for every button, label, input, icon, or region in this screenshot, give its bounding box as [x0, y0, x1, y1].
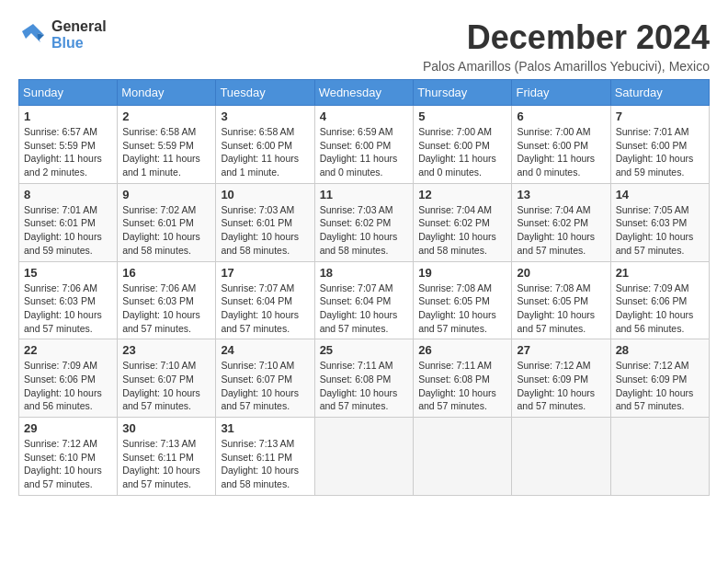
calendar-cell: 13Sunrise: 7:04 AMSunset: 6:02 PMDayligh… — [512, 183, 610, 261]
day-info: Sunrise: 7:05 AMSunset: 6:03 PMDaylight:… — [616, 203, 704, 258]
col-tuesday: Tuesday — [216, 80, 314, 106]
day-info: Sunrise: 6:57 AMSunset: 5:59 PMDaylight:… — [24, 125, 112, 179]
calendar-cell: 19Sunrise: 7:08 AMSunset: 6:05 PMDayligh… — [414, 261, 512, 339]
day-number: 5 — [418, 109, 506, 123]
calendar-week-1: 1Sunrise: 6:57 AMSunset: 5:59 PMDaylight… — [19, 106, 710, 184]
calendar-cell: 31Sunrise: 7:13 AMSunset: 6:11 PMDayligh… — [216, 418, 314, 496]
day-info: Sunrise: 7:07 AMSunset: 6:04 PMDaylight:… — [320, 282, 409, 336]
day-number: 14 — [616, 188, 704, 201]
calendar-cell: 17Sunrise: 7:07 AMSunset: 6:04 PMDayligh… — [216, 261, 314, 339]
day-info: Sunrise: 7:06 AMSunset: 6:03 PMDaylight:… — [122, 282, 210, 336]
day-number: 17 — [221, 266, 309, 280]
logo-blue: Blue — [51, 35, 107, 52]
day-info: Sunrise: 7:04 AMSunset: 6:02 PMDaylight:… — [517, 203, 605, 258]
day-info: Sunrise: 7:12 AMSunset: 6:10 PMDaylight:… — [24, 437, 112, 491]
calendar-cell: 30Sunrise: 7:13 AMSunset: 6:11 PMDayligh… — [118, 418, 216, 496]
calendar-cell — [414, 418, 512, 496]
calendar-cell: 14Sunrise: 7:05 AMSunset: 6:03 PMDayligh… — [610, 183, 709, 261]
calendar-cell: 10Sunrise: 7:03 AMSunset: 6:01 PMDayligh… — [216, 183, 314, 261]
day-number: 21 — [616, 266, 704, 280]
col-saturday: Saturday — [610, 80, 709, 106]
day-info: Sunrise: 7:12 AMSunset: 6:09 PMDaylight:… — [517, 359, 605, 413]
svg-marker-0 — [22, 24, 44, 42]
day-number: 11 — [320, 188, 409, 201]
day-info: Sunrise: 7:02 AMSunset: 6:01 PMDaylight:… — [122, 203, 210, 258]
day-info: Sunrise: 7:10 AMSunset: 6:07 PMDaylight:… — [221, 359, 309, 413]
day-number: 9 — [122, 188, 210, 201]
calendar-cell: 27Sunrise: 7:12 AMSunset: 6:09 PMDayligh… — [512, 339, 610, 418]
day-info: Sunrise: 7:11 AMSunset: 6:08 PMDaylight:… — [320, 359, 409, 413]
day-number: 1 — [24, 109, 112, 123]
col-wednesday: Wednesday — [314, 80, 414, 106]
calendar-cell — [314, 418, 414, 496]
calendar-week-2: 8Sunrise: 7:01 AMSunset: 6:01 PMDaylight… — [19, 183, 710, 261]
day-number: 18 — [320, 266, 409, 280]
day-number: 6 — [517, 109, 605, 123]
day-number: 26 — [418, 343, 506, 357]
calendar-cell: 21Sunrise: 7:09 AMSunset: 6:06 PMDayligh… — [610, 261, 709, 339]
header-row: Sunday Monday Tuesday Wednesday Thursday… — [19, 80, 710, 106]
calendar-week-3: 15Sunrise: 7:06 AMSunset: 6:03 PMDayligh… — [19, 261, 710, 339]
calendar-cell: 4Sunrise: 6:59 AMSunset: 6:00 PMDaylight… — [314, 106, 414, 184]
day-info: Sunrise: 7:09 AMSunset: 6:06 PMDaylight:… — [24, 359, 112, 413]
day-info: Sunrise: 7:07 AMSunset: 6:04 PMDaylight:… — [221, 282, 309, 336]
col-sunday: Sunday — [19, 80, 118, 106]
location-subtitle: Palos Amarillos (Palos Amarillos Yebuciv… — [423, 59, 710, 74]
day-number: 28 — [616, 343, 704, 357]
day-info: Sunrise: 7:00 AMSunset: 6:00 PMDaylight:… — [517, 125, 605, 179]
day-info: Sunrise: 6:58 AMSunset: 5:59 PMDaylight:… — [122, 125, 210, 179]
day-info: Sunrise: 7:09 AMSunset: 6:06 PMDaylight:… — [616, 282, 704, 336]
logo-general: General — [51, 18, 107, 35]
day-number: 7 — [616, 109, 704, 123]
calendar-cell: 12Sunrise: 7:04 AMSunset: 6:02 PMDayligh… — [414, 183, 512, 261]
day-number: 27 — [517, 343, 605, 357]
day-info: Sunrise: 7:13 AMSunset: 6:11 PMDaylight:… — [122, 437, 210, 491]
calendar-cell: 9Sunrise: 7:02 AMSunset: 6:01 PMDaylight… — [118, 183, 216, 261]
calendar-cell: 26Sunrise: 7:11 AMSunset: 6:08 PMDayligh… — [414, 339, 512, 418]
day-number: 13 — [517, 188, 605, 201]
day-info: Sunrise: 7:06 AMSunset: 6:03 PMDaylight:… — [24, 282, 112, 336]
day-number: 20 — [517, 266, 605, 280]
calendar-cell: 23Sunrise: 7:10 AMSunset: 6:07 PMDayligh… — [118, 339, 216, 418]
day-info: Sunrise: 7:01 AMSunset: 6:00 PMDaylight:… — [616, 125, 704, 179]
day-number: 31 — [221, 421, 309, 435]
logo-icon — [18, 22, 48, 48]
day-info: Sunrise: 7:13 AMSunset: 6:11 PMDaylight:… — [221, 437, 309, 491]
calendar-cell — [610, 418, 709, 496]
day-number: 19 — [418, 266, 506, 280]
logo-text-block: General Blue — [51, 18, 107, 51]
day-info: Sunrise: 7:04 AMSunset: 6:02 PMDaylight:… — [418, 203, 506, 258]
day-info: Sunrise: 7:00 AMSunset: 6:00 PMDaylight:… — [418, 125, 506, 179]
day-number: 4 — [320, 109, 409, 123]
calendar-cell: 11Sunrise: 7:03 AMSunset: 6:02 PMDayligh… — [314, 183, 414, 261]
day-number: 15 — [24, 266, 112, 280]
day-number: 23 — [122, 343, 210, 357]
day-info: Sunrise: 7:08 AMSunset: 6:05 PMDaylight:… — [517, 282, 605, 336]
calendar-cell: 1Sunrise: 6:57 AMSunset: 5:59 PMDaylight… — [19, 106, 118, 184]
col-monday: Monday — [118, 80, 216, 106]
calendar-cell: 16Sunrise: 7:06 AMSunset: 6:03 PMDayligh… — [118, 261, 216, 339]
calendar-body: 1Sunrise: 6:57 AMSunset: 5:59 PMDaylight… — [19, 106, 710, 496]
day-number: 16 — [122, 266, 210, 280]
month-title: December 2024 — [423, 18, 710, 57]
logo: General Blue — [18, 18, 107, 51]
day-number: 22 — [24, 343, 112, 357]
day-number: 8 — [24, 188, 112, 201]
day-info: Sunrise: 6:59 AMSunset: 6:00 PMDaylight:… — [320, 125, 409, 179]
page-header: General Blue December 2024 Palos Amarill… — [18, 18, 710, 74]
day-info: Sunrise: 7:08 AMSunset: 6:05 PMDaylight:… — [418, 282, 506, 336]
day-number: 24 — [221, 343, 309, 357]
calendar-week-4: 22Sunrise: 7:09 AMSunset: 6:06 PMDayligh… — [19, 339, 710, 418]
day-number: 25 — [320, 343, 409, 357]
day-number: 29 — [24, 421, 112, 435]
day-info: Sunrise: 7:01 AMSunset: 6:01 PMDaylight:… — [24, 203, 112, 258]
col-friday: Friday — [512, 80, 610, 106]
calendar-cell: 18Sunrise: 7:07 AMSunset: 6:04 PMDayligh… — [314, 261, 414, 339]
day-info: Sunrise: 7:10 AMSunset: 6:07 PMDaylight:… — [122, 359, 210, 413]
day-info: Sunrise: 7:03 AMSunset: 6:01 PMDaylight:… — [221, 203, 309, 258]
calendar-cell: 25Sunrise: 7:11 AMSunset: 6:08 PMDayligh… — [314, 339, 414, 418]
calendar-cell: 8Sunrise: 7:01 AMSunset: 6:01 PMDaylight… — [19, 183, 118, 261]
calendar-cell: 22Sunrise: 7:09 AMSunset: 6:06 PMDayligh… — [19, 339, 118, 418]
calendar-header: Sunday Monday Tuesday Wednesday Thursday… — [19, 80, 710, 106]
title-block: December 2024 Palos Amarillos (Palos Ama… — [423, 18, 710, 74]
